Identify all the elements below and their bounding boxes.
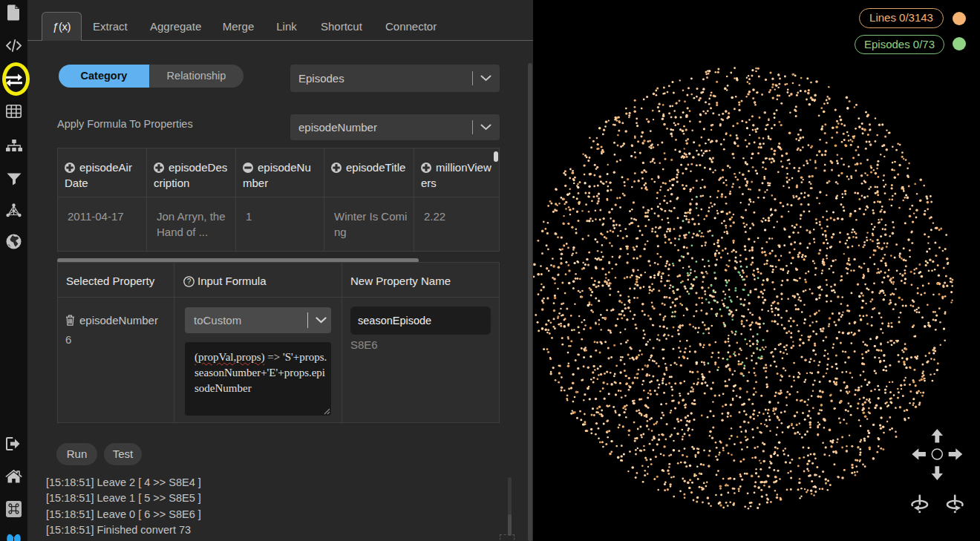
svg-text:?: ? xyxy=(187,278,192,286)
